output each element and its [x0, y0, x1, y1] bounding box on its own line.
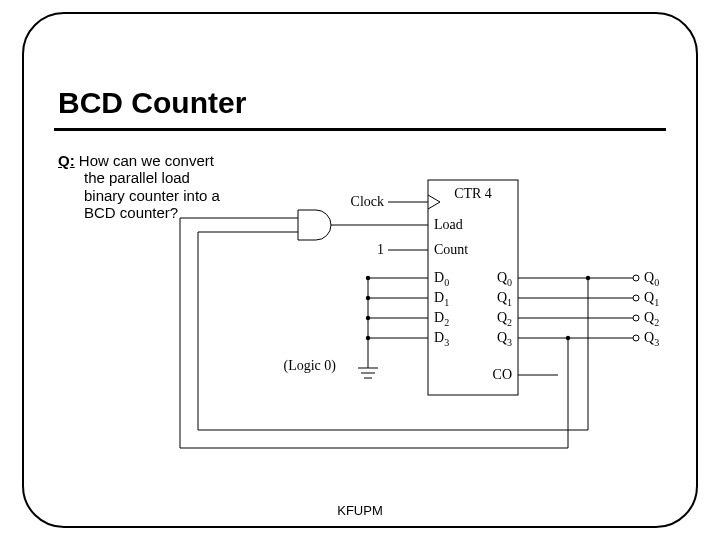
- label-load: Load: [434, 217, 463, 232]
- title-underline: [54, 128, 666, 131]
- terminal-q1: [633, 295, 639, 301]
- terminal-q0: [633, 275, 639, 281]
- question-prefix: Q:: [58, 152, 75, 169]
- label-count: Count: [434, 242, 468, 257]
- label-q1-out: Q1: [644, 290, 659, 308]
- and-gate-icon: [298, 210, 331, 240]
- label-q3-out: Q3: [644, 330, 659, 348]
- label-one: 1: [377, 242, 384, 257]
- block-label: CTR 4: [454, 186, 492, 201]
- question-line1: How can we convert: [79, 152, 214, 169]
- circuit-diagram: CTR 4 Clock Load Count 1 D0 D1 D2 D3: [158, 170, 678, 480]
- footer-text: KFUPM: [0, 503, 720, 518]
- node-d2: [366, 316, 370, 320]
- counter-block: [428, 180, 518, 395]
- label-clock: Clock: [351, 194, 384, 209]
- node-d0: [366, 276, 370, 280]
- label-logic0: (Logic 0): [284, 358, 337, 374]
- slide: BCD Counter Q: How can we convert the pa…: [0, 0, 720, 540]
- node-d1: [366, 296, 370, 300]
- slide-title: BCD Counter: [58, 86, 246, 120]
- label-q0-out: Q0: [644, 270, 659, 288]
- label-q2-out: Q2: [644, 310, 659, 328]
- terminal-q3: [633, 335, 639, 341]
- label-co: CO: [493, 367, 512, 382]
- terminal-q2: [633, 315, 639, 321]
- node-d3: [366, 336, 370, 340]
